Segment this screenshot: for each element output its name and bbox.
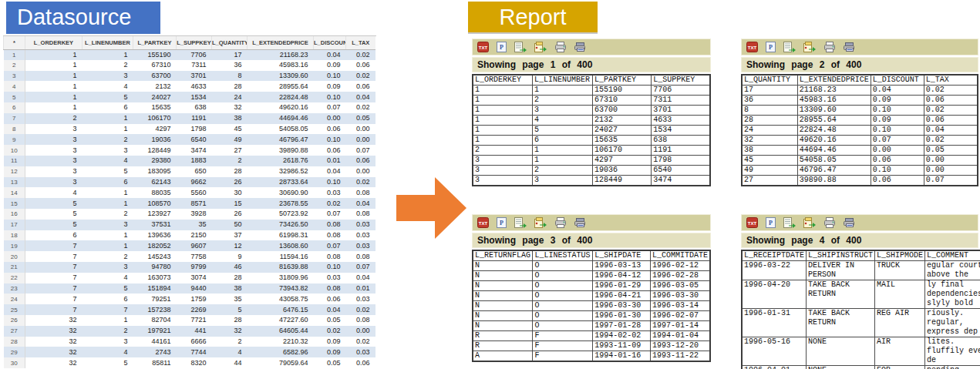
cell: 4 bbox=[83, 273, 133, 283]
cell: 0.01 bbox=[314, 156, 346, 166]
cell: 1996-01-31 bbox=[742, 309, 807, 337]
table-row: RF1993-11-091993-12-20 bbox=[473, 341, 710, 351]
cell: 1996-04-01 bbox=[742, 366, 807, 369]
cell: 7758 bbox=[177, 251, 212, 262]
cell: 6476.15 bbox=[248, 304, 314, 315]
print-all-icon[interactable] bbox=[574, 217, 587, 228]
export-page-icon[interactable] bbox=[783, 217, 796, 228]
print-icon[interactable] bbox=[554, 42, 567, 52]
column-header: L_LINENUMBER bbox=[83, 36, 133, 49]
export-copy-icon[interactable] bbox=[534, 217, 547, 228]
export-page-icon[interactable] bbox=[514, 42, 527, 52]
cell: O bbox=[533, 281, 593, 291]
cell: 15 bbox=[212, 198, 248, 209]
cell: 1994-01-04 bbox=[650, 331, 710, 341]
txt-export-icon[interactable]: TXT bbox=[477, 217, 489, 228]
print-icon[interactable] bbox=[823, 42, 836, 52]
cell: 0.05 bbox=[346, 113, 375, 124]
cell: 2 bbox=[25, 113, 83, 124]
export-page-icon[interactable] bbox=[783, 42, 796, 52]
cell: 19 bbox=[4, 240, 25, 251]
cell: 0.10 bbox=[871, 106, 924, 116]
txt-export-icon[interactable]: TXT bbox=[746, 42, 758, 52]
cell: 7 bbox=[25, 240, 83, 251]
report-title: Report bbox=[468, 2, 598, 34]
cell: 0.06 bbox=[871, 176, 924, 186]
cell: 28955.64 bbox=[797, 116, 871, 126]
cell: 0.02 bbox=[346, 49, 375, 60]
table-row: 21739478097994681639.880.100.07 bbox=[4, 262, 375, 273]
cell: 2 bbox=[83, 134, 133, 145]
export-copy-icon[interactable] bbox=[803, 217, 816, 228]
cell: 0.03 bbox=[346, 230, 375, 241]
cell: 1 bbox=[25, 49, 83, 60]
cell: 7744 bbox=[177, 347, 212, 357]
cell: 50723.92 bbox=[248, 209, 314, 220]
cell: 9607 bbox=[177, 240, 212, 251]
cell: 67310 bbox=[592, 96, 651, 106]
cell: 49 bbox=[212, 134, 248, 145]
table-row: 293242743774446582.960.090.03 bbox=[4, 347, 375, 357]
column-header: L_SHIPINSTRUCT bbox=[807, 250, 875, 261]
txt-export-icon[interactable]: TXT bbox=[746, 217, 758, 228]
cell: 0.08 bbox=[314, 251, 346, 262]
export-copy-icon[interactable] bbox=[534, 42, 547, 52]
cell: 3701 bbox=[177, 71, 212, 82]
cell: 1996-03-14 bbox=[650, 301, 710, 311]
report-toolbar: TXT P bbox=[741, 214, 978, 231]
datasource-grid[interactable]: *L_ORDERKEYL_LINENUMBERL_PARTKEYL_SUPPKE… bbox=[3, 35, 376, 369]
table-row: 4554058.050.060.00 bbox=[742, 156, 978, 166]
cell: 108570 bbox=[133, 198, 177, 209]
table-row: 2832344161666622210.320.090.02 bbox=[4, 337, 375, 347]
report-table-4: L_RECEIPTDATEL_SHIPINSTRUCTL_SHIPMODEL_C… bbox=[741, 250, 980, 369]
print-icon[interactable] bbox=[823, 217, 836, 228]
cell: 139636 bbox=[133, 230, 177, 241]
cell: 0.06 bbox=[314, 124, 346, 135]
pdf-export-icon[interactable]: P bbox=[766, 42, 776, 52]
table-row: 186113963621503761998.310.080.03 bbox=[4, 230, 375, 241]
cell: 1996-04-20 bbox=[742, 280, 807, 309]
report-header-row: L_ORDERKEYL_LINENUMBERL_PARTKEYL_SUPPKEY bbox=[473, 75, 710, 86]
cell: 2 bbox=[212, 156, 248, 166]
cell: 0.03 bbox=[314, 187, 346, 198]
cell: 2150 bbox=[177, 230, 212, 241]
print-all-icon[interactable] bbox=[844, 42, 856, 52]
column-header: L_QUANTITY bbox=[212, 36, 248, 49]
datasource-title: Datasource bbox=[6, 2, 160, 34]
column-header: L_ORDERKEY bbox=[473, 75, 532, 86]
column-header: L_SUPPKEY bbox=[652, 75, 710, 86]
report-toolbar: TXT P bbox=[472, 39, 711, 55]
cell: A bbox=[473, 351, 533, 362]
cell: N bbox=[473, 291, 533, 301]
cell: 0.09 bbox=[871, 96, 924, 106]
cell: 27 bbox=[742, 176, 797, 186]
cell: 0.03 bbox=[346, 240, 375, 251]
cell: 32 bbox=[212, 326, 248, 337]
cell: 157238 bbox=[133, 304, 177, 315]
cell: 1996-02-07 bbox=[650, 311, 710, 321]
print-icon[interactable] bbox=[554, 217, 567, 228]
cell: 6582.96 bbox=[248, 347, 314, 357]
table-row: 1615635638 bbox=[473, 136, 710, 146]
cell: 44 bbox=[212, 357, 248, 368]
export-copy-icon[interactable] bbox=[803, 42, 816, 52]
table-row: 1721168.230.040.02 bbox=[742, 86, 978, 96]
export-page-icon[interactable] bbox=[514, 217, 527, 228]
cell: 0.08 bbox=[346, 209, 375, 220]
cell: 4 bbox=[532, 116, 592, 126]
pdf-export-icon[interactable]: P bbox=[497, 217, 507, 228]
txt-export-icon[interactable]: TXT bbox=[477, 42, 489, 52]
cell: 18 bbox=[4, 230, 25, 241]
print-all-icon[interactable] bbox=[574, 42, 587, 52]
cell: O bbox=[533, 321, 593, 331]
cell: 73426.50 bbox=[248, 220, 314, 230]
cell: 7 bbox=[25, 251, 83, 262]
cell: 6540 bbox=[652, 166, 710, 176]
paging-status: Showing page 3 of 400 bbox=[472, 233, 711, 248]
table-row: 1996-04-01NONEFOBpending bbox=[742, 366, 980, 369]
pdf-export-icon[interactable]: P bbox=[766, 217, 776, 228]
cell: 0.00 bbox=[346, 166, 375, 177]
print-all-icon[interactable] bbox=[844, 217, 856, 228]
pdf-export-icon[interactable]: P bbox=[497, 42, 507, 52]
cell: 5 bbox=[83, 166, 133, 177]
